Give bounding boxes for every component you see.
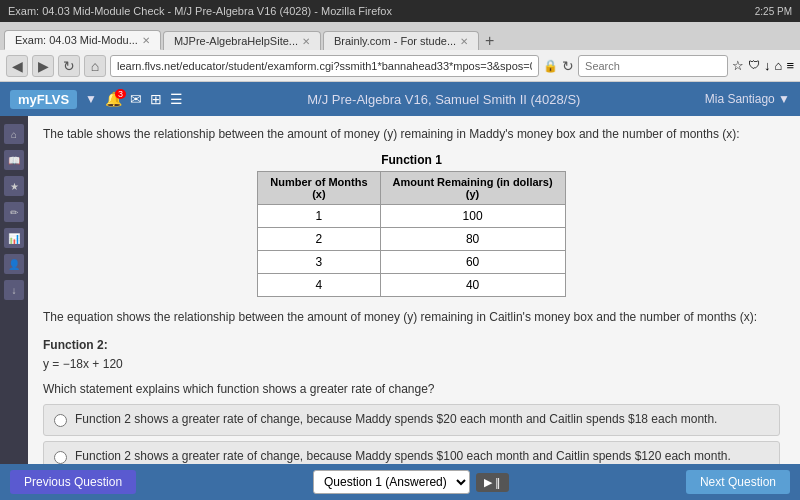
tab-brainly-label: Brainly.com - For stude...	[334, 35, 456, 47]
tab-exam-close[interactable]: ✕	[142, 35, 150, 46]
browser-title: Exam: 04.03 Mid-Module Check - M/J Pre-A…	[8, 5, 392, 17]
prev-question-button[interactable]: Previous Question	[10, 470, 136, 494]
menu-icon[interactable]: ≡	[786, 58, 794, 73]
function2-intro: The equation shows the relationship betw…	[43, 309, 780, 326]
side-icon-star[interactable]: ★	[4, 176, 24, 196]
app-toolbar: myFLVS ▼ 🔔3 ✉ ⊞ ☰ M/J Pre-Algebra V16, S…	[0, 82, 800, 116]
search-input[interactable]	[578, 55, 728, 77]
side-icon-person[interactable]: 👤	[4, 254, 24, 274]
question-prompt: Which statement explains which function …	[43, 382, 780, 396]
clock: 2:25 PM	[755, 6, 792, 17]
bottom-center: Question 1 (Answered) ▶ ‖	[313, 470, 509, 494]
table-row: 440	[258, 273, 565, 296]
choice-radio-2[interactable]	[54, 451, 67, 464]
table-cell-x: 3	[258, 250, 380, 273]
table-row: 1100	[258, 204, 565, 227]
table-cell-x: 1	[258, 204, 380, 227]
function2-equation: y = −18x + 120	[43, 357, 123, 371]
table-cell-x: 4	[258, 273, 380, 296]
forward-button[interactable]: ▶	[32, 55, 54, 77]
table-row: 280	[258, 227, 565, 250]
download-icon[interactable]: ↓	[764, 58, 771, 73]
system-tray: 2:25 PM	[755, 6, 792, 17]
table-cell-y: 100	[380, 204, 565, 227]
table-row: 360	[258, 250, 565, 273]
tab-algebra-close[interactable]: ✕	[302, 36, 310, 47]
notification-icon[interactable]: 🔔3	[105, 91, 122, 107]
address-input[interactable]	[110, 55, 539, 77]
tab-brainly[interactable]: Brainly.com - For stude... ✕	[323, 31, 479, 50]
tab-brainly-close[interactable]: ✕	[460, 36, 468, 47]
toolbar-icons: 🔔3 ✉ ⊞ ☰	[105, 91, 183, 107]
user-menu[interactable]: Mia Santiago ▼	[705, 92, 790, 106]
choice-label-1: Function 2 shows a greater rate of chang…	[75, 412, 717, 428]
home-icon[interactable]: ⌂	[775, 58, 783, 73]
bottom-bar: Previous Question Question 1 (Answered) …	[0, 464, 800, 500]
table-cell-y: 80	[380, 227, 565, 250]
home-button[interactable]: ⌂	[84, 55, 106, 77]
side-icon-pencil[interactable]: ✏	[4, 202, 24, 222]
back-button[interactable]: ◀	[6, 55, 28, 77]
tab-algebra-label: MJPre-AlgebraHelpSite...	[174, 35, 298, 47]
side-icon-book[interactable]: 📖	[4, 150, 24, 170]
dropdown-arrow[interactable]: ▼	[85, 92, 97, 106]
side-panel: ⌂ 📖 ★ ✏ 📊 👤 ↓	[0, 116, 28, 500]
lock-icon: 🔒	[543, 59, 558, 73]
main-layout: ⌂ 📖 ★ ✏ 📊 👤 ↓ The table shows the relati…	[0, 116, 800, 500]
function2-section: Function 2: y = −18x + 120	[43, 336, 780, 374]
messages-icon[interactable]: ✉	[130, 91, 142, 107]
play-icon: ▶	[484, 476, 492, 489]
list-icon[interactable]: ☰	[170, 91, 183, 107]
nav-icons: ☆ 🛡 ↓ ⌂ ≡	[732, 58, 794, 73]
table-header-y: Amount Remaining (in dollars)(y)	[380, 171, 565, 204]
tab-exam[interactable]: Exam: 04.03 Mid-Modu... ✕	[4, 30, 161, 50]
tab-exam-label: Exam: 04.03 Mid-Modu...	[15, 34, 138, 46]
new-tab-button[interactable]: +	[481, 32, 498, 50]
side-icon-chart[interactable]: 📊	[4, 228, 24, 248]
intro-text: The table shows the relationship between…	[43, 126, 780, 143]
content-area: The table shows the relationship between…	[28, 116, 800, 500]
function1-title: Function 1	[43, 153, 780, 167]
function1-table: Number of Months(x) Amount Remaining (in…	[257, 171, 565, 297]
bookmark-icon[interactable]: ☆	[732, 58, 744, 73]
table-cell-y: 40	[380, 273, 565, 296]
function2-label: Function 2:	[43, 338, 108, 352]
grid-icon[interactable]: ⊞	[150, 91, 162, 107]
table-header-x: Number of Months(x)	[258, 171, 380, 204]
navigation-bar: ◀ ▶ ↻ ⌂ 🔒 ↻ ☆ 🛡 ↓ ⌂ ≡	[0, 50, 800, 82]
tab-bar: Exam: 04.03 Mid-Modu... ✕ MJPre-AlgebraH…	[0, 22, 800, 50]
pause-icon: ‖	[495, 476, 501, 489]
table-cell-y: 60	[380, 250, 565, 273]
app-title: M/J Pre-Algebra V16, Samuel Smith II (40…	[307, 92, 580, 107]
table-cell-x: 2	[258, 227, 380, 250]
toolbar-left: myFLVS ▼ 🔔3 ✉ ⊞ ☰	[10, 90, 183, 109]
question-select[interactable]: Question 1 (Answered)	[313, 470, 470, 494]
shield-icon[interactable]: 🛡	[748, 58, 760, 73]
refresh-icon[interactable]: ↻	[562, 58, 574, 74]
flvs-logo[interactable]: myFLVS	[10, 90, 77, 109]
choice-label-2: Function 2 shows a greater rate of chang…	[75, 449, 731, 465]
media-button[interactable]: ▶ ‖	[476, 473, 509, 492]
choice-option-1[interactable]: Function 2 shows a greater rate of chang…	[43, 404, 780, 436]
next-question-button[interactable]: Next Question	[686, 470, 790, 494]
side-icon-home[interactable]: ⌂	[4, 124, 24, 144]
tab-algebra[interactable]: MJPre-AlgebraHelpSite... ✕	[163, 31, 321, 50]
refresh-button[interactable]: ↻	[58, 55, 80, 77]
side-icon-download[interactable]: ↓	[4, 280, 24, 300]
title-bar: Exam: 04.03 Mid-Module Check - M/J Pre-A…	[0, 0, 800, 22]
choice-radio-1[interactable]	[54, 414, 67, 427]
